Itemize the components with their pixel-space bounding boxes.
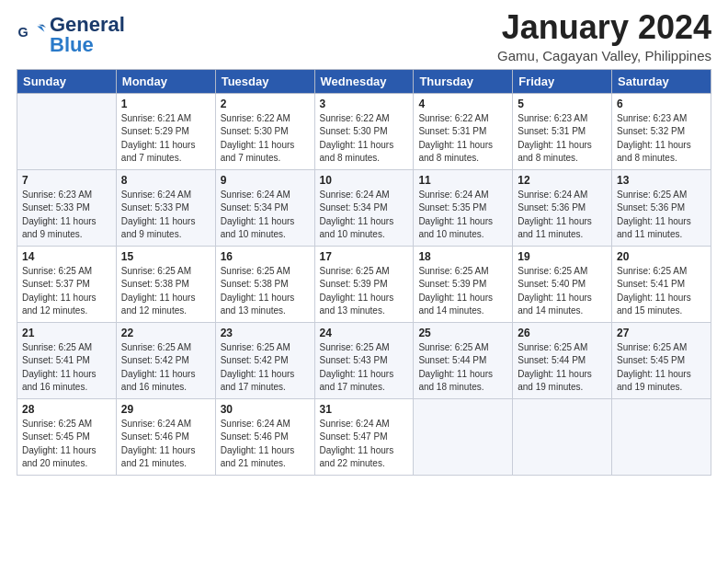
weekday-header-saturday: Saturday: [612, 69, 711, 93]
cell-info: Sunrise: 6:25 AMSunset: 5:44 PMDaylight:…: [418, 342, 493, 393]
day-number: 22: [121, 327, 210, 339]
day-number: 5: [518, 98, 607, 110]
calendar-cell: 22Sunrise: 6:25 AMSunset: 5:42 PMDayligh…: [116, 322, 215, 398]
cell-info: Sunrise: 6:23 AMSunset: 5:33 PMDaylight:…: [22, 190, 97, 240]
calendar-cell: 23Sunrise: 6:25 AMSunset: 5:42 PMDayligh…: [215, 322, 314, 398]
cell-info: Sunrise: 6:24 AMSunset: 5:35 PMDaylight:…: [418, 190, 493, 240]
calendar-cell: 24Sunrise: 6:25 AMSunset: 5:43 PMDayligh…: [314, 322, 414, 398]
calendar-cell: 13Sunrise: 6:25 AMSunset: 5:36 PMDayligh…: [612, 169, 711, 246]
cell-info: Sunrise: 6:25 AMSunset: 5:43 PMDaylight:…: [320, 342, 394, 393]
cell-info: Sunrise: 6:24 AMSunset: 5:46 PMDaylight:…: [221, 419, 295, 469]
cell-info: Sunrise: 6:25 AMSunset: 5:42 PMDaylight:…: [221, 342, 295, 393]
day-number: 2: [221, 98, 310, 110]
day-number: 13: [617, 174, 706, 187]
cell-info: Sunrise: 6:25 AMSunset: 5:37 PMDaylight:…: [22, 266, 97, 316]
day-number: 19: [518, 250, 607, 263]
cell-info: Sunrise: 6:24 AMSunset: 5:46 PMDaylight:…: [121, 419, 196, 469]
day-number: 28: [22, 403, 111, 416]
weekday-header-wednesday: Wednesday: [314, 69, 414, 93]
calendar-cell: 26Sunrise: 6:25 AMSunset: 5:44 PMDayligh…: [513, 322, 612, 398]
calendar-cell: 15Sunrise: 6:25 AMSunset: 5:38 PMDayligh…: [116, 246, 215, 322]
week-row-1: 1Sunrise: 6:21 AMSunset: 5:29 PMDaylight…: [17, 93, 711, 169]
calendar-cell: 1Sunrise: 6:21 AMSunset: 5:29 PMDaylight…: [116, 93, 215, 169]
calendar-cell: [17, 93, 117, 169]
cell-info: Sunrise: 6:25 AMSunset: 5:38 PMDaylight:…: [221, 266, 295, 316]
cell-info: Sunrise: 6:21 AMSunset: 5:29 PMDaylight:…: [121, 113, 196, 164]
cell-info: Sunrise: 6:23 AMSunset: 5:31 PMDaylight:…: [518, 113, 592, 164]
weekday-header-tuesday: Tuesday: [215, 69, 314, 93]
day-number: 7: [22, 174, 111, 187]
day-number: 8: [121, 174, 210, 187]
cell-info: Sunrise: 6:24 AMSunset: 5:36 PMDaylight:…: [518, 190, 592, 240]
calendar-cell: 27Sunrise: 6:25 AMSunset: 5:45 PMDayligh…: [612, 322, 711, 398]
calendar-page: G General Blue January 2024 Gamu, Cagaya…: [0, 0, 728, 563]
weekday-header-row: SundayMondayTuesdayWednesdayThursdayFrid…: [17, 69, 711, 93]
day-number: 3: [320, 98, 409, 110]
cell-info: Sunrise: 6:24 AMSunset: 5:33 PMDaylight:…: [121, 190, 196, 240]
day-number: 30: [221, 403, 310, 416]
weekday-header-friday: Friday: [513, 69, 612, 93]
day-number: 6: [617, 98, 706, 110]
svg-marker-1: [37, 26, 44, 31]
logo: G General Blue: [17, 15, 125, 55]
day-number: 24: [320, 327, 409, 339]
calendar-cell: 21Sunrise: 6:25 AMSunset: 5:41 PMDayligh…: [17, 322, 117, 398]
calendar-title: January 2024: [497, 9, 711, 46]
day-number: 12: [518, 174, 607, 187]
cell-info: Sunrise: 6:25 AMSunset: 5:36 PMDaylight:…: [617, 190, 691, 240]
calendar-cell: 2Sunrise: 6:22 AMSunset: 5:30 PMDaylight…: [215, 93, 314, 169]
day-number: 20: [617, 250, 706, 263]
title-area: January 2024 Gamu, Cagayan Valley, Phili…: [497, 9, 711, 63]
weekday-header-sunday: Sunday: [17, 69, 117, 93]
calendar-cell: 25Sunrise: 6:25 AMSunset: 5:44 PMDayligh…: [414, 322, 513, 398]
calendar-cell: 4Sunrise: 6:22 AMSunset: 5:31 PMDaylight…: [414, 93, 513, 169]
weekday-header-monday: Monday: [116, 69, 215, 93]
cell-info: Sunrise: 6:24 AMSunset: 5:47 PMDaylight:…: [320, 419, 394, 469]
day-number: 1: [121, 98, 210, 110]
calendar-cell: 9Sunrise: 6:24 AMSunset: 5:34 PMDaylight…: [215, 169, 314, 246]
logo-text: General Blue: [50, 15, 125, 55]
calendar-cell: 14Sunrise: 6:25 AMSunset: 5:37 PMDayligh…: [17, 246, 117, 322]
cell-info: Sunrise: 6:25 AMSunset: 5:45 PMDaylight:…: [22, 419, 97, 469]
calendar-cell: 18Sunrise: 6:25 AMSunset: 5:39 PMDayligh…: [414, 246, 513, 322]
cell-info: Sunrise: 6:22 AMSunset: 5:30 PMDaylight:…: [221, 113, 295, 164]
calendar-cell: 29Sunrise: 6:24 AMSunset: 5:46 PMDayligh…: [116, 398, 215, 475]
day-number: 17: [320, 250, 409, 263]
cell-info: Sunrise: 6:24 AMSunset: 5:34 PMDaylight:…: [320, 190, 394, 240]
day-number: 16: [221, 250, 310, 263]
calendar-cell: 28Sunrise: 6:25 AMSunset: 5:45 PMDayligh…: [17, 398, 117, 475]
logo-icon: G: [17, 20, 46, 50]
day-number: 21: [22, 327, 111, 339]
calendar-table: SundayMondayTuesdayWednesdayThursdayFrid…: [17, 69, 711, 476]
cell-info: Sunrise: 6:25 AMSunset: 5:42 PMDaylight:…: [121, 342, 196, 393]
calendar-cell: 5Sunrise: 6:23 AMSunset: 5:31 PMDaylight…: [513, 93, 612, 169]
svg-text:G: G: [18, 25, 28, 40]
calendar-cell: 8Sunrise: 6:24 AMSunset: 5:33 PMDaylight…: [116, 169, 215, 246]
day-number: 14: [22, 250, 111, 263]
calendar-cell: [513, 398, 612, 475]
calendar-cell: 16Sunrise: 6:25 AMSunset: 5:38 PMDayligh…: [215, 246, 314, 322]
header: G General Blue January 2024 Gamu, Cagaya…: [17, 9, 711, 63]
calendar-cell: 17Sunrise: 6:25 AMSunset: 5:39 PMDayligh…: [314, 246, 414, 322]
cell-info: Sunrise: 6:25 AMSunset: 5:41 PMDaylight:…: [22, 342, 97, 393]
cell-info: Sunrise: 6:25 AMSunset: 5:40 PMDaylight:…: [518, 266, 592, 316]
day-number: 9: [221, 174, 310, 187]
calendar-cell: 12Sunrise: 6:24 AMSunset: 5:36 PMDayligh…: [513, 169, 612, 246]
day-number: 11: [418, 174, 507, 187]
day-number: 4: [418, 98, 507, 110]
day-number: 29: [121, 403, 210, 416]
day-number: 27: [617, 327, 706, 339]
cell-info: Sunrise: 6:25 AMSunset: 5:44 PMDaylight:…: [518, 342, 592, 393]
day-number: 23: [221, 327, 310, 339]
calendar-cell: 20Sunrise: 6:25 AMSunset: 5:41 PMDayligh…: [612, 246, 711, 322]
calendar-cell: 10Sunrise: 6:24 AMSunset: 5:34 PMDayligh…: [314, 169, 414, 246]
weekday-header-thursday: Thursday: [414, 69, 513, 93]
day-number: 26: [518, 327, 607, 339]
calendar-cell: 30Sunrise: 6:24 AMSunset: 5:46 PMDayligh…: [215, 398, 314, 475]
cell-info: Sunrise: 6:25 AMSunset: 5:39 PMDaylight:…: [320, 266, 394, 316]
week-row-3: 14Sunrise: 6:25 AMSunset: 5:37 PMDayligh…: [17, 246, 711, 322]
cell-info: Sunrise: 6:25 AMSunset: 5:39 PMDaylight:…: [418, 266, 493, 316]
calendar-cell: [612, 398, 711, 475]
day-number: 31: [320, 403, 409, 416]
week-row-5: 28Sunrise: 6:25 AMSunset: 5:45 PMDayligh…: [17, 398, 711, 475]
